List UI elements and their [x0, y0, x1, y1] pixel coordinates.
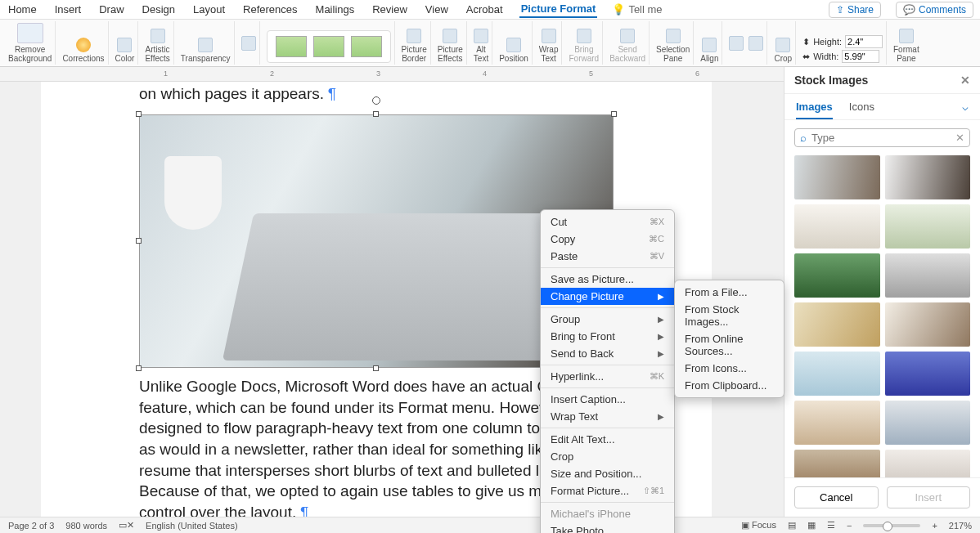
- sub-from-clipboard[interactable]: From Clipboard...: [675, 377, 784, 394]
- transparency-button[interactable]: Transparency: [178, 21, 235, 65]
- height-input[interactable]: [845, 35, 883, 48]
- wrap-text-button[interactable]: Wrap Text: [536, 21, 563, 65]
- ctx-send-to-back[interactable]: Send to Back▶: [541, 345, 674, 362]
- stock-thumb[interactable]: [794, 155, 880, 199]
- spellcheck-icon[interactable]: ▭✕: [119, 520, 134, 531]
- ctx-format-picture[interactable]: Format Picture...⇧⌘1: [541, 482, 674, 499]
- stock-thumb[interactable]: [794, 302, 880, 347]
- search-input[interactable]: [811, 132, 951, 144]
- tab-insert[interactable]: Insert: [53, 2, 83, 17]
- align-button[interactable]: Align: [697, 21, 722, 65]
- picture-effects-button[interactable]: Picture Effects: [434, 21, 467, 65]
- position-button[interactable]: Position: [496, 21, 533, 65]
- search-box[interactable]: ⌕ ✕: [794, 128, 970, 147]
- word-count[interactable]: 980 words: [65, 521, 107, 531]
- ctx-change-picture[interactable]: Change Picture▶: [541, 288, 674, 305]
- tab-design[interactable]: Design: [141, 2, 177, 17]
- compress-icon[interactable]: [241, 36, 256, 51]
- stock-thumb[interactable]: [794, 204, 880, 249]
- tab-review[interactable]: Review: [371, 2, 409, 17]
- stock-thumb[interactable]: [794, 401, 880, 445]
- ctx-paste[interactable]: Paste⌘V: [541, 248, 674, 265]
- share-button[interactable]: ⇪Share: [829, 2, 881, 18]
- remove-background-button[interactable]: Remove Background: [5, 21, 56, 65]
- sub-from-file[interactable]: From a File...: [675, 284, 784, 301]
- stock-thumb[interactable]: [885, 401, 971, 445]
- chevron-down-icon[interactable]: ⌵: [962, 101, 969, 119]
- ctx-wrap-text[interactable]: Wrap Text▶: [541, 408, 674, 425]
- selection-pane-button[interactable]: Selection Pane: [653, 21, 694, 65]
- bring-forward-button[interactable]: Bring Forward: [565, 21, 603, 65]
- comments-button[interactable]: 💬Comments: [896, 2, 973, 18]
- color-button[interactable]: Color: [112, 21, 139, 65]
- page-indicator[interactable]: Page 2 of 3: [8, 521, 54, 531]
- stock-thumb[interactable]: [885, 204, 971, 249]
- tab-acrobat[interactable]: Acrobat: [465, 2, 505, 17]
- style-thumb-2[interactable]: [313, 36, 344, 57]
- stock-thumb[interactable]: [794, 253, 880, 298]
- width-input[interactable]: [842, 50, 879, 63]
- sub-from-stock[interactable]: From Stock Images...: [675, 301, 784, 330]
- ctx-crop[interactable]: Crop: [541, 448, 674, 465]
- tab-mailings[interactable]: Mailings: [314, 2, 357, 17]
- resize-handle-tr[interactable]: [611, 111, 617, 117]
- ctx-hyperlink[interactable]: Hyperlink...⌘K: [541, 368, 674, 385]
- ctx-cut[interactable]: Cut⌘X: [541, 213, 674, 231]
- rotate-icon[interactable]: [748, 36, 763, 51]
- tab-view[interactable]: View: [424, 2, 450, 17]
- ctx-copy[interactable]: Copy⌘C: [541, 231, 674, 248]
- view-print-icon[interactable]: ▤: [788, 520, 796, 531]
- ctx-insert-caption[interactable]: Insert Caption...: [541, 391, 674, 408]
- view-outline-icon[interactable]: ☰: [827, 520, 835, 531]
- send-backward-button[interactable]: Send Backward: [606, 21, 650, 65]
- tab-images[interactable]: Images: [796, 101, 833, 119]
- ctx-take-photo[interactable]: Take Photo: [541, 522, 674, 533]
- stock-thumb[interactable]: [885, 155, 971, 199]
- resize-handle-tl[interactable]: [136, 111, 142, 117]
- stock-thumb[interactable]: [885, 352, 971, 396]
- alt-text-button[interactable]: Alt Text: [470, 21, 492, 65]
- group-icon[interactable]: [729, 36, 744, 51]
- tab-home[interactable]: Home: [7, 2, 38, 17]
- stock-thumb[interactable]: [885, 302, 971, 347]
- ctx-size-position[interactable]: Size and Position...: [541, 465, 674, 482]
- crop-button[interactable]: Crop: [771, 21, 796, 65]
- clear-icon[interactable]: ✕: [955, 132, 964, 144]
- ctx-edit-alt-text[interactable]: Edit Alt Text...: [541, 431, 674, 448]
- stock-thumb[interactable]: [885, 253, 971, 298]
- format-pane-button[interactable]: Format Pane: [890, 21, 923, 65]
- stock-thumb[interactable]: [794, 352, 880, 396]
- tab-draw[interactable]: Draw: [97, 2, 125, 17]
- corrections-button[interactable]: Corrections: [59, 21, 108, 65]
- resize-handle-tm[interactable]: [373, 111, 379, 117]
- resize-handle-bl[interactable]: [136, 365, 142, 371]
- resize-handle-bm[interactable]: [373, 365, 379, 371]
- tab-icons[interactable]: Icons: [849, 101, 874, 119]
- sub-from-icons[interactable]: From Icons...: [675, 360, 784, 377]
- zoom-out-button[interactable]: −: [847, 521, 852, 531]
- tab-layout[interactable]: Layout: [191, 2, 227, 17]
- style-thumb-1[interactable]: [276, 36, 307, 57]
- sub-from-online[interactable]: From Online Sources...: [675, 330, 784, 360]
- cancel-button[interactable]: Cancel: [794, 486, 879, 508]
- language-indicator[interactable]: English (United States): [146, 521, 238, 531]
- view-web-icon[interactable]: ▦: [807, 520, 816, 531]
- focus-mode-button[interactable]: ▣ Focus: [741, 520, 776, 531]
- stock-thumb[interactable]: [794, 450, 880, 477]
- style-thumb-3[interactable]: [351, 36, 382, 57]
- zoom-slider[interactable]: [863, 524, 920, 527]
- close-icon[interactable]: ✕: [960, 74, 970, 87]
- stock-thumb[interactable]: [885, 450, 971, 477]
- tab-references[interactable]: References: [241, 2, 299, 17]
- ctx-save-as-picture[interactable]: Save as Picture...: [541, 271, 674, 288]
- resize-handle-ml[interactable]: [136, 238, 142, 244]
- zoom-level[interactable]: 217%: [949, 521, 972, 531]
- ctx-group[interactable]: Group▶: [541, 311, 674, 328]
- tell-me[interactable]: 💡Tell me: [612, 3, 662, 16]
- picture-border-button[interactable]: Picture Border: [398, 21, 431, 65]
- rotate-handle[interactable]: [372, 96, 380, 105]
- tab-picture-format[interactable]: Picture Format: [519, 1, 598, 18]
- ctx-bring-to-front[interactable]: Bring to Front▶: [541, 328, 674, 345]
- artistic-effects-button[interactable]: Artistic Effects: [142, 21, 173, 65]
- picture-styles-gallery[interactable]: [263, 21, 395, 65]
